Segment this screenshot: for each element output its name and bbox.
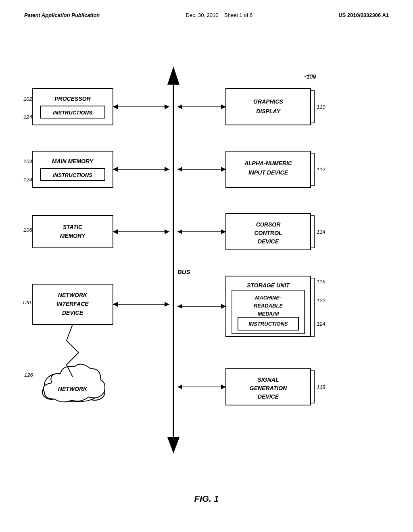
svg-marker-93: [221, 104, 226, 109]
svg-text:GRAPHICS: GRAPHICS: [253, 98, 284, 105]
svg-marker-89: [165, 302, 169, 307]
svg-marker-84: [113, 167, 118, 172]
svg-text:MACHINE-: MACHINE-: [255, 295, 282, 301]
svg-marker-95: [177, 167, 182, 172]
svg-text:NETWORK: NETWORK: [58, 292, 88, 298]
svg-text:STATIC: STATIC: [63, 224, 83, 230]
svg-marker-90: [113, 302, 118, 307]
svg-text:112: 112: [317, 166, 325, 172]
svg-text:INPUT DEVICE: INPUT DEVICE: [248, 169, 288, 176]
figure-caption: FIG. 1: [0, 494, 413, 512]
header: Patent Application Publication Dec. 30, …: [0, 0, 413, 22]
svg-marker-102: [221, 304, 226, 309]
diagram-area: 100 BUS PROCESSOR INSTRUCTIONS 102 124 M…: [0, 26, 413, 490]
svg-marker-105: [221, 384, 226, 389]
svg-text:124: 124: [23, 114, 32, 120]
svg-text:INSTRUCTIONS: INSTRUCTIONS: [53, 110, 92, 116]
svg-text:NETWORK: NETWORK: [58, 386, 88, 392]
svg-marker-3: [167, 437, 179, 453]
svg-marker-87: [165, 229, 169, 234]
svg-text:100: 100: [307, 73, 316, 80]
svg-marker-81: [113, 104, 118, 109]
header-right: US 2010/0332306 A1: [338, 12, 389, 18]
svg-text:READABLE: READABLE: [254, 303, 283, 309]
svg-text:DEVICE: DEVICE: [258, 393, 279, 400]
svg-text:124: 124: [317, 321, 325, 327]
svg-text:120: 120: [22, 299, 31, 305]
svg-text:114: 114: [317, 229, 325, 235]
svg-text:116: 116: [317, 278, 325, 285]
svg-marker-80: [165, 104, 169, 109]
svg-text:SIGNAL: SIGNAL: [258, 376, 279, 383]
svg-text:INSTRUCTIONS: INSTRUCTIONS: [53, 172, 92, 178]
svg-text:MEDIUM: MEDIUM: [258, 311, 280, 317]
svg-marker-83: [165, 167, 169, 172]
diagram-svg: 100 BUS PROCESSOR INSTRUCTIONS 102 124 M…: [0, 26, 413, 490]
svg-text:GENERATION: GENERATION: [250, 385, 287, 391]
svg-marker-101: [177, 304, 182, 309]
header-center: Dec. 30, 2010 Sheet 1 of 6: [186, 12, 253, 18]
svg-text:INTERFACE: INTERFACE: [56, 301, 89, 307]
svg-text:126: 126: [24, 372, 33, 378]
svg-marker-99: [221, 229, 226, 234]
svg-marker-92: [177, 104, 182, 109]
svg-text:DEVICE: DEVICE: [258, 238, 279, 245]
svg-marker-104: [177, 384, 182, 389]
svg-text:124: 124: [23, 177, 32, 183]
svg-rect-35: [226, 89, 311, 125]
svg-text:ALPHA-NUMERIC: ALPHA-NUMERIC: [244, 160, 292, 166]
svg-text:106: 106: [23, 227, 32, 233]
svg-marker-2: [167, 66, 179, 85]
svg-text:BUS: BUS: [177, 268, 190, 275]
page: Patent Application Publication Dec. 30, …: [0, 0, 413, 532]
svg-text:118: 118: [317, 384, 325, 390]
svg-text:104: 104: [23, 158, 32, 164]
svg-marker-86: [113, 229, 118, 234]
svg-text:110: 110: [317, 104, 325, 110]
svg-text:122: 122: [317, 297, 325, 303]
svg-text:102: 102: [23, 96, 32, 102]
svg-rect-17: [32, 216, 113, 248]
svg-marker-96: [221, 167, 226, 172]
svg-text:CURSOR: CURSOR: [256, 221, 281, 228]
svg-text:MAIN MEMORY: MAIN MEMORY: [52, 158, 94, 164]
svg-marker-98: [177, 229, 182, 234]
svg-text:DISPLAY: DISPLAY: [256, 108, 281, 114]
svg-text:PROCESSOR: PROCESSOR: [54, 96, 91, 102]
svg-text:CONTROL: CONTROL: [254, 230, 282, 236]
svg-text:STORAGE UNIT: STORAGE UNIT: [247, 282, 290, 289]
svg-text:INSTRUCTIONS: INSTRUCTIONS: [248, 321, 288, 327]
header-left: Patent Application Publication: [24, 12, 100, 18]
svg-text:DEVICE: DEVICE: [62, 310, 83, 316]
svg-text:MEMORY: MEMORY: [60, 233, 86, 239]
